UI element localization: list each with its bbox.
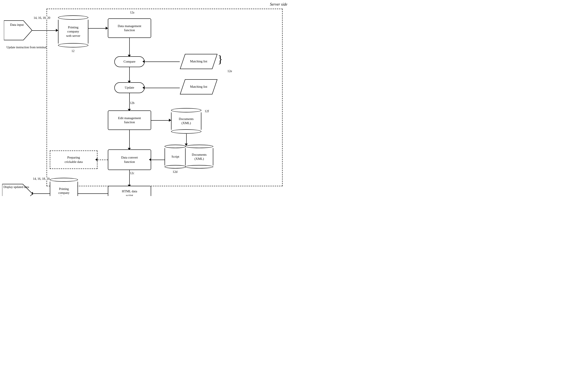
data-management-label: Data management function: [118, 24, 142, 32]
matching-list-1: Matching list: [180, 54, 217, 69]
edit-management-box: Edit management function: [108, 110, 151, 130]
arrowhead-edit-to-doc1: [169, 119, 171, 122]
display-updated-shape: Display updated data: [2, 182, 32, 196]
script-label: Script: [171, 155, 179, 159]
data-management-box: Data management function: [108, 18, 151, 38]
ref-12-top-label: 12: [72, 49, 74, 53]
arrow-input-to-server: [32, 30, 58, 31]
data-convert-box: Data convert function: [108, 150, 151, 170]
arrow-convert-to-html: [129, 170, 130, 186]
ref-14-bottom-label: 14, 16, 18, 20: [33, 177, 50, 181]
update-box: Update: [114, 82, 145, 93]
data-input-shape: Data input: [4, 18, 32, 42]
printing-server-top-label: Printing company web server: [66, 25, 80, 38]
printing-server-bottom-label: Printing company web server: [57, 187, 70, 196]
arrowhead-script-to-convert: [149, 158, 151, 161]
ref-12e-label: 12e: [227, 69, 232, 73]
preparing-crickable-box: Preparing crickable data: [50, 151, 97, 169]
documents-xml-1-label: Documents (XML): [179, 117, 194, 125]
dashed-arrow-convert-to-prep: [97, 159, 108, 160]
arrow-compare-to-update: [129, 67, 130, 82]
html-data-script-label: HTML data script: [122, 189, 137, 196]
server-label: Server side: [270, 2, 287, 7]
data-input-label: Data input: [5, 23, 29, 27]
arrow-mgmt-to-compare: [129, 38, 130, 56]
arrowhead-dashed-convert-to-prep: [95, 158, 97, 161]
compare-box: Compare: [114, 56, 145, 67]
arrowhead-input-to-server: [56, 29, 58, 32]
ref-14-top-label: 14, 16, 18, 20: [34, 16, 50, 20]
compare-label: Compare: [124, 60, 136, 64]
arrow-edit-to-convert: [129, 130, 130, 150]
arrow-script-to-convert: [151, 159, 165, 160]
documents-xml-1: Documents (XML): [171, 108, 201, 134]
arrow-compare-to-ml1: [145, 62, 180, 62]
ref-12a-label: 12a: [130, 11, 134, 14]
ref-12f-label: 12f: [205, 109, 209, 113]
ref-12b-label: 12b: [130, 101, 135, 105]
matching-list-2-label: Matching list: [190, 85, 208, 89]
script-cylinder: Script: [165, 145, 186, 168]
arrowhead-compare-to-ml1: [143, 60, 145, 63]
ref-12c-label: 12c: [130, 171, 134, 175]
brace-12e: }: [217, 54, 223, 65]
matching-list-1-label: Matching list: [190, 59, 208, 64]
printing-server-top: Printing company web server: [58, 15, 88, 48]
ref-12d-label: 12d: [173, 170, 178, 174]
arrow-html-to-server2: [78, 193, 108, 194]
html-data-script-box: HTML data script: [108, 186, 151, 196]
arrow-server2-to-display: [33, 193, 50, 194]
edit-management-label: Edit management function: [118, 116, 141, 125]
arrow-server-to-mgmt: [88, 28, 108, 29]
arrowhead-update-to-ml2: [143, 86, 145, 89]
documents-xml-2: Documents (XML): [185, 145, 213, 168]
preparing-crickable-label: Preparing crickable data: [65, 156, 83, 164]
update-label: Update: [125, 85, 134, 90]
display-updated-label: Display updated data: [3, 185, 29, 189]
arrowhead-server-to-mgmt: [106, 27, 108, 30]
arrow-update-to-edit: [129, 93, 130, 110]
arrow-edit-to-doc1: [151, 120, 171, 121]
printing-server-bottom: Printing company web server: [50, 178, 78, 196]
matching-list-2: Matching list: [180, 79, 217, 95]
update-instruction-label: Update instruction from terminal: [6, 46, 47, 49]
diagram: Server side Data input 14, 16, 18, 20 Up…: [0, 0, 290, 196]
documents-xml-2-label: Documents (XML): [192, 153, 207, 161]
arrow-update-to-ml2: [145, 88, 180, 88]
data-convert-label: Data convert function: [121, 156, 138, 164]
